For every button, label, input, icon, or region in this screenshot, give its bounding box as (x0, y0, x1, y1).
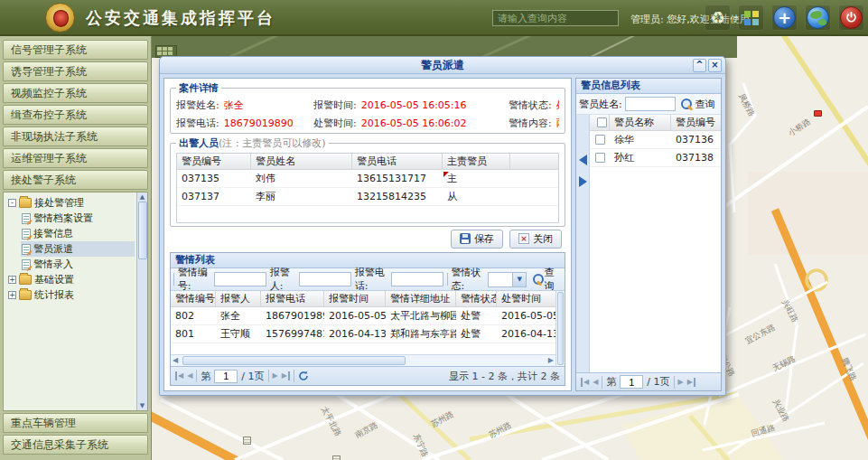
refresh-icon[interactable] (298, 371, 309, 381)
dispatch-row[interactable]: 037135 刘伟 13615131717 主 (177, 170, 558, 188)
dispatch-row[interactable]: 037137 李丽 13215814235 从 (177, 188, 558, 206)
power-icon[interactable] (838, 5, 864, 31)
plus-glyph: + (773, 6, 796, 29)
scroll-down-icon[interactable]: ▼ (138, 401, 147, 410)
close-icon[interactable]: × (708, 59, 722, 72)
filter-status-select[interactable]: ▼ (488, 272, 527, 287)
document-icon (22, 244, 31, 255)
officer-row[interactable]: 徐华 037136 (590, 131, 721, 149)
column-header[interactable]: 警情详细地址 (386, 291, 456, 306)
alarm-row[interactable]: 801 王守顺 15769974813 2016-04-13 12:... 郑和… (171, 325, 555, 343)
tree-root-dispatch-mgmt[interactable]: - 接处警管理 (7, 195, 135, 211)
tree-leaf-label: 警员派遣 (33, 242, 73, 256)
sidebar-item-signal[interactable]: 信号管理子系统 (3, 40, 148, 60)
chevron-down-icon[interactable]: ▼ (512, 273, 526, 286)
cell-officer-id: 037137 (177, 188, 251, 205)
officer-search-button[interactable]: 查询 (678, 97, 718, 112)
officer-name-input[interactable] (625, 97, 676, 111)
add-icon[interactable]: + (771, 5, 798, 31)
case-field-label: 警情内容: (509, 117, 552, 130)
sidebar-item-traffic-info[interactable]: 交通信息采集子系统 (3, 435, 148, 455)
map-incident-marker[interactable] (814, 110, 822, 117)
alarm-row[interactable]: 802 张全 18679019890 2016-05-05 16:... 太平北… (171, 307, 555, 325)
prev-page-icon[interactable]: ◀ (593, 378, 598, 387)
close-button[interactable]: × 关闭 (509, 230, 562, 249)
prev-page-icon[interactable]: ◀ (187, 371, 192, 380)
alarm-filter-toolbar: 警情编号: 报警人: 报警电话: 警情状态: ▼ 查询 (171, 268, 565, 291)
globe-icon[interactable] (805, 5, 831, 31)
global-search-input[interactable] (492, 10, 619, 26)
page-number-input[interactable] (620, 375, 643, 389)
cell-officer-role[interactable]: 主 (443, 170, 510, 187)
horizontal-scrollbar[interactable]: ◀ ▶ (171, 354, 555, 366)
column-header[interactable]: 报警电话 (261, 291, 324, 306)
collapse-icon[interactable]: ^ (693, 59, 706, 72)
last-page-icon[interactable]: ▶ (687, 378, 695, 387)
recycle-icon[interactable]: ♻ (705, 5, 731, 31)
next-page-icon[interactable]: ▶ (273, 371, 278, 380)
sidebar-item-key-vehicles[interactable]: 重点车辆管理 (3, 413, 148, 433)
expand-plus-icon[interactable]: + (8, 276, 16, 284)
sidebar-item-video[interactable]: 视频监控子系统 (3, 83, 148, 103)
collapse-minus-icon[interactable]: - (8, 199, 16, 207)
cell-officer-name: 孙红 (610, 149, 671, 166)
scroll-up-icon[interactable]: ▲ (138, 192, 147, 202)
move-left-arrow-icon[interactable] (579, 155, 587, 165)
column-header[interactable]: 报警时间 (324, 291, 386, 306)
tree-leaf-item[interactable]: 警情录入 (21, 257, 135, 272)
cell-officer-role[interactable]: 从 (443, 188, 510, 205)
column-header[interactable]: 警员编号 (671, 115, 721, 130)
next-page-icon[interactable]: ▶ (678, 378, 684, 387)
sidebar-item-offsite[interactable]: 非现场执法子系统 (3, 127, 148, 146)
column-header[interactable]: 警情状态 (456, 291, 497, 306)
row-checkbox[interactable] (590, 149, 610, 166)
first-page-icon[interactable]: ◀ (175, 371, 183, 380)
case-field-label: 报警电话: (176, 117, 219, 130)
app-grid-icon[interactable] (738, 5, 764, 31)
sidebar-item-patrol[interactable]: 缉查布控子系统 (3, 105, 148, 125)
column-header[interactable]: 警员电话 (352, 154, 443, 169)
alarm-search-button[interactable]: 查询 (530, 265, 562, 294)
tree-scrollbar[interactable]: ▲ ▼ (136, 192, 147, 410)
save-button[interactable]: 保存 (451, 230, 503, 249)
sidebar-item-guidance[interactable]: 诱导管理子系统 (3, 61, 148, 81)
tree-leaf-item[interactable]: 警员派遣 (21, 241, 135, 257)
scroll-thumb[interactable] (182, 356, 406, 365)
filter-phone-input[interactable] (391, 272, 443, 286)
sidebar-item-dispatch-system[interactable]: 接处警子系统 (3, 170, 148, 190)
column-header[interactable]: 报警人 (216, 291, 261, 306)
vertical-scrollbar[interactable] (555, 291, 565, 366)
tree-leaf-item[interactable]: 接警信息 (21, 226, 135, 241)
dialog-titlebar[interactable]: 警员派遣 ^ × (160, 57, 725, 74)
select-all-checkbox[interactable] (590, 115, 610, 130)
power-glyph (840, 6, 863, 29)
column-header[interactable]: 警员名称 (610, 115, 671, 130)
expand-plus-icon[interactable]: + (8, 291, 16, 299)
sidebar-item-ops[interactable]: 运维管理子系统 (3, 148, 148, 168)
row-checkbox[interactable] (590, 131, 610, 148)
tree-folder-basic-settings[interactable]: + 基础设置 (7, 272, 135, 287)
first-page-icon[interactable]: ◀ (581, 378, 589, 387)
page-number-input[interactable] (214, 370, 238, 383)
case-field-value: 18679019890 (224, 117, 294, 129)
tree-leaf-item[interactable]: 警情档案设置 (21, 211, 135, 226)
officer-row[interactable]: 孙红 037138 (590, 149, 721, 167)
column-header[interactable]: 警员姓名 (251, 154, 352, 169)
column-header[interactable]: 警员编号 (177, 154, 251, 169)
scroll-thumb[interactable] (138, 202, 147, 259)
scroll-left-icon[interactable]: ◀ (173, 355, 178, 366)
filter-caller-input[interactable] (299, 272, 351, 286)
column-header[interactable]: 处警时间 (497, 291, 555, 306)
last-page-icon[interactable]: ▶ (282, 371, 290, 380)
column-header-sorted[interactable]: 警情编号▼ (171, 291, 216, 306)
move-right-arrow-icon[interactable] (579, 176, 587, 187)
cell-officer-id: 037135 (177, 170, 251, 187)
alarm-paging-toolbar: ◀ ◀ 第 / 1页 ▶ ▶ 显示 1 - 2 条，共计 2 条 (171, 366, 565, 385)
case-field-label: 报警姓名: (176, 99, 219, 112)
scroll-right-icon[interactable]: ▶ (548, 355, 554, 366)
filter-alarm-id-input[interactable] (214, 272, 266, 286)
tree-folder-statistics[interactable]: + 统计报表 (7, 287, 135, 303)
column-header[interactable]: 主责警员 (443, 154, 510, 169)
scroll-thumb[interactable] (557, 292, 564, 365)
cell-officer-name: 李丽 (251, 188, 352, 205)
